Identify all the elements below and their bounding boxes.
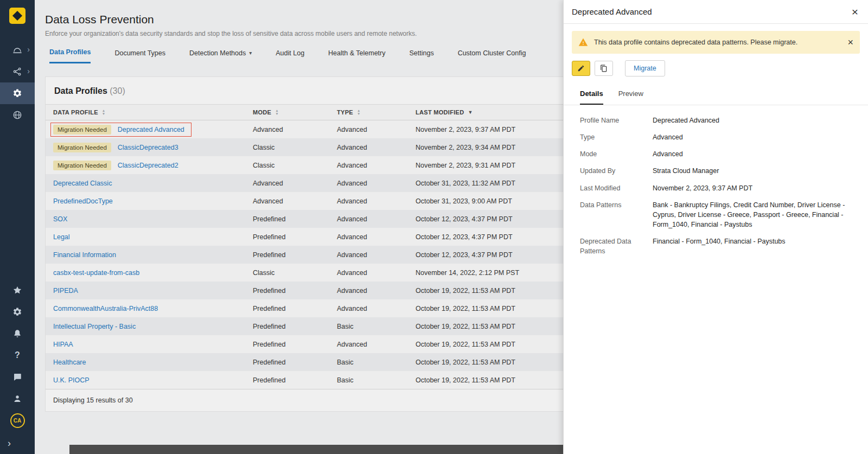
sidebar-item-feedback[interactable] — [0, 366, 35, 388]
profile-link-intellectual-property-basic[interactable]: Intellectual Property - Basic — [53, 323, 136, 330]
tab-label: Document Types — [114, 49, 165, 57]
column-label: TYPE — [337, 109, 353, 116]
settings-icon — [12, 307, 22, 317]
profile-link-hipaa[interactable]: HIPAA — [53, 341, 73, 348]
avatar[interactable]: CA — [10, 413, 25, 428]
tab-settings[interactable]: Settings — [409, 48, 433, 63]
sidebar-item-workflows[interactable]: › — [0, 61, 35, 82]
profile-link-classicdeprecated3[interactable]: ClassicDeprecated3 — [118, 144, 178, 151]
tab-label: Audit Log — [276, 49, 304, 57]
banner-close-icon[interactable]: × — [847, 37, 853, 47]
column-header-data-profile[interactable]: DATA PROFILE▲▼ — [46, 109, 253, 116]
detail-label-profile-name: Profile Name — [580, 116, 644, 125]
table-count: (30) — [110, 86, 125, 95]
type-cell: Advanced — [337, 162, 416, 169]
detail-value-type: Advanced — [653, 132, 855, 142]
tab-label: Data Profiles — [49, 48, 91, 56]
help-icon: ? — [15, 350, 20, 360]
sidebar-item-preferences[interactable] — [0, 301, 35, 323]
type-cell: Basic — [337, 376, 416, 384]
details-list: Profile NameDeprecated AdvancedTypeAdvan… — [580, 116, 855, 256]
tab-detection-methods[interactable]: Detection Methods▾ — [189, 48, 252, 63]
profile-link-deprecated-classic[interactable]: Deprecated Classic — [53, 180, 112, 187]
warning-text: This data profile contains deprecated da… — [594, 39, 797, 46]
mode-cell: Predefined — [253, 233, 337, 241]
app-root: ›› ? CA › Data Loss Prevention Enforce y… — [0, 0, 868, 454]
tab-label: Custom Cluster Config — [458, 49, 526, 57]
migration-needed-badge: Migration Needed — [53, 143, 111, 152]
brand-logo-icon — [9, 8, 25, 24]
type-cell: Advanced — [337, 305, 416, 312]
profile-cell: HIPAA — [46, 341, 253, 348]
profile-link-casbx-test-update-from-casb[interactable]: casbx-test-update-from-casb — [53, 269, 139, 277]
profile-link-sox[interactable]: SOX — [53, 215, 67, 223]
detail-value-deprecated-data-patterns: Financial - Form_1040, Financial - Payst… — [653, 236, 855, 256]
profile-link-healthcare[interactable]: Healthcare — [53, 359, 86, 366]
app-logo[interactable] — [9, 8, 25, 26]
profile-cell: casbx-test-update-from-casb — [46, 269, 253, 277]
tab-data-profiles[interactable]: Data Profiles — [49, 48, 91, 63]
sidebar-top-nav: ›› — [0, 39, 35, 126]
detail-label-last-modified: Last Modified — [580, 183, 644, 193]
pencil-icon — [577, 65, 585, 72]
tab-custom-cluster-config[interactable]: Custom Cluster Config — [458, 48, 526, 63]
profile-link-deprecated-advanced[interactable]: Deprecated Advanced — [118, 126, 184, 133]
profile-link-classicdeprecated2[interactable]: ClassicDeprecated2 — [118, 162, 178, 169]
detail-value-last-modified: November 2, 2023, 9:37 AM PDT — [653, 183, 855, 193]
type-cell: Advanced — [337, 233, 416, 241]
panel-tab-preview[interactable]: Preview — [618, 89, 643, 105]
click-highlight-box: Migration NeededDeprecated Advanced — [50, 123, 192, 137]
sort-icon[interactable]: ▲▼ — [275, 109, 279, 116]
tab-label: Health & Telemetry — [328, 49, 385, 57]
settings-icon — [12, 88, 22, 98]
profile-cell: PredefinedDocType — [46, 197, 253, 205]
profile-cell: Migration NeededClassicDeprecated2 — [46, 161, 253, 170]
profile-cell: Migration NeededDeprecated Advanced — [46, 123, 253, 137]
workflows-icon — [12, 67, 22, 76]
horizontal-scrollbar[interactable] — [69, 445, 563, 454]
bell-icon — [12, 329, 22, 338]
profile-link-legal[interactable]: Legal — [53, 233, 70, 241]
column-header-type[interactable]: TYPE▲▼ — [337, 109, 416, 116]
panel-tab-details[interactable]: Details — [580, 89, 603, 105]
sort-icon[interactable]: ▲▼ — [357, 109, 361, 116]
star-icon — [12, 285, 22, 295]
sidebar-item-settings[interactable] — [0, 82, 35, 104]
globe-icon — [12, 110, 22, 120]
sidebar-item-favorites[interactable] — [0, 279, 35, 301]
close-icon[interactable]: × — [852, 6, 858, 17]
table-title-text: Data Profiles — [54, 86, 107, 95]
edit-button[interactable] — [572, 61, 590, 76]
column-header-mode[interactable]: MODE▲▼ — [253, 109, 337, 116]
type-cell: Advanced — [337, 215, 416, 223]
profile-cell: Migration NeededClassicDeprecated3 — [46, 143, 253, 152]
mode-cell: Classic — [253, 162, 337, 169]
tab-health-telemetry[interactable]: Health & Telemetry — [328, 48, 385, 63]
sidebar-item-globe[interactable] — [0, 104, 35, 126]
deprecation-warning-banner: This data profile contains deprecated da… — [572, 31, 860, 54]
profile-link-u-k-piocp[interactable]: U.K. PIOCP — [53, 376, 90, 384]
tab-document-types[interactable]: Document Types — [114, 48, 165, 63]
profile-link-financial-information[interactable]: Financial Information — [53, 251, 116, 259]
sidebar-expand-button[interactable]: › — [0, 433, 35, 453]
profile-link-pipeda[interactable]: PIPEDA — [53, 287, 78, 295]
clone-button[interactable] — [595, 61, 613, 76]
sidebar: ›› ? CA › — [0, 0, 35, 454]
sidebar-item-notifications[interactable] — [0, 323, 35, 344]
chevron-right-icon: › — [27, 67, 30, 75]
mode-cell: Predefined — [253, 341, 337, 348]
mode-cell: Predefined — [253, 323, 337, 330]
migrate-button[interactable]: Migrate — [625, 60, 665, 76]
column-label: LAST MODIFIED — [416, 109, 464, 116]
sort-icon[interactable]: ▲▼ — [102, 109, 106, 116]
detail-value-profile-name: Deprecated Advanced — [653, 116, 855, 125]
sidebar-item-help[interactable]: ? — [0, 344, 35, 366]
sidebar-item-monitor[interactable]: › — [0, 39, 35, 61]
profile-link-predefineddoctype[interactable]: PredefinedDocType — [53, 197, 113, 205]
profile-cell: Intellectual Property - Basic — [46, 323, 253, 330]
user-icon — [12, 394, 22, 404]
tab-audit-log[interactable]: Audit Log — [276, 48, 304, 63]
sort-icon[interactable]: ▼ — [468, 110, 473, 115]
profile-link-commonwealthaustralia-privact88[interactable]: CommonwealthAustralia-PrivAct88 — [53, 305, 158, 312]
sidebar-item-account[interactable] — [0, 388, 35, 410]
